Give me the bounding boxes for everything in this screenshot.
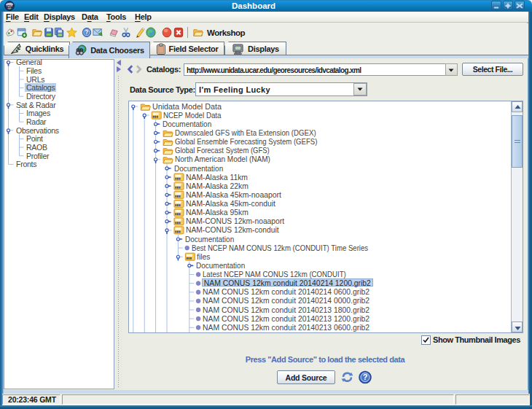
svg-text:?: ?: [363, 373, 368, 381]
